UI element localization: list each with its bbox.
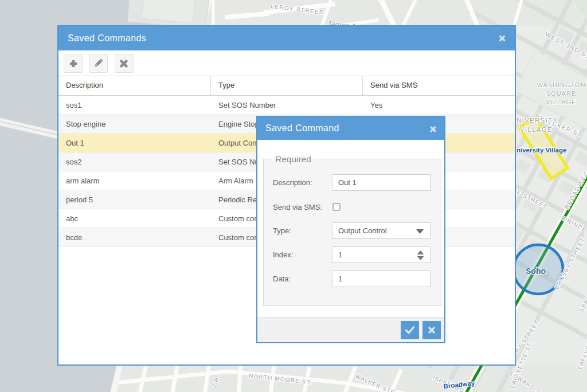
- svg-text:SQUARE: SQUARE: [546, 90, 576, 97]
- svg-text:VILLAGE: VILLAGE: [520, 126, 553, 133]
- svg-text:O: O: [543, 269, 551, 278]
- svg-text:WASHINGTON: WASHINGTON: [537, 81, 585, 88]
- svg-text:Soho: Soho: [526, 266, 546, 276]
- svg-text:niversity Village: niversity Village: [516, 147, 566, 154]
- svg-text:NIVERSITY: NIVERSITY: [516, 117, 558, 124]
- svg-text:VILLAGE: VILLAGE: [546, 99, 577, 105]
